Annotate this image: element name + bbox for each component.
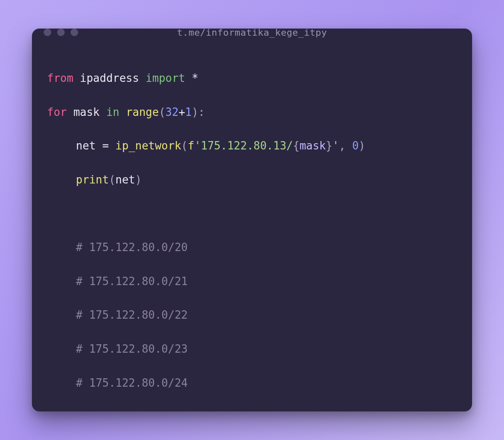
- maximize-icon[interactable]: [71, 29, 78, 36]
- fstring-prefix: f: [188, 139, 194, 152]
- colon: :: [198, 106, 205, 118]
- comment: # 175.122.80.0/22: [76, 309, 188, 321]
- comment: # 175.122.80.0/20: [76, 241, 188, 254]
- fstring-close: ': [332, 139, 339, 152]
- paren-close: ): [192, 106, 198, 118]
- range-num: 32: [165, 106, 178, 118]
- comment: # 175.122.80.0/23: [76, 343, 188, 355]
- code-window: t.me/informatika_kege_itpy from ipaddres…: [32, 29, 472, 411]
- fn-print: print: [76, 173, 109, 186]
- module-name: ipaddress: [80, 72, 139, 84]
- code-area: from ipaddress import * for mask in rang…: [32, 36, 472, 411]
- range-one: 1: [185, 106, 192, 118]
- keyword-for: for: [47, 106, 67, 118]
- comma: ,: [339, 139, 352, 152]
- code-line-4: print(net): [47, 171, 457, 188]
- fn-range: range: [126, 106, 159, 118]
- fstring-open: ': [194, 139, 201, 152]
- paren-open-2: (: [181, 139, 188, 152]
- loop-var: mask: [74, 106, 100, 118]
- keyword-import: import: [146, 72, 185, 84]
- plus: +: [178, 106, 185, 118]
- fstring-ip: 175.122.80.13/: [201, 139, 293, 152]
- arg-zero: 0: [352, 139, 359, 152]
- code-line-3: net = ip_network(f'175.122.80.13/{mask}'…: [47, 137, 457, 154]
- import-star: *: [192, 72, 198, 84]
- comment-line-1: # 175.122.80.0/20: [47, 239, 457, 256]
- paren-open-3: (: [109, 173, 116, 186]
- net-var: net: [76, 139, 96, 152]
- comment-line-6: # 175.122.80.0/25: [47, 408, 457, 411]
- comment: # 175.122.80.0/25: [76, 410, 188, 411]
- fstring-var: mask: [299, 139, 326, 152]
- paren-open: (: [159, 106, 165, 118]
- comment-line-2: # 175.122.80.0/21: [47, 273, 457, 290]
- paren-close-3: ): [135, 173, 142, 186]
- keyword-in: in: [106, 106, 119, 118]
- comment-line-4: # 175.122.80.0/23: [47, 340, 457, 357]
- comment-line-3: # 175.122.80.0/22: [47, 306, 457, 323]
- code-line-2: for mask in range(32+1):: [47, 104, 457, 120]
- fn-ipnetwork: ip_network: [116, 139, 181, 152]
- fstring-lbrace: {: [293, 139, 299, 152]
- eq: =: [96, 139, 116, 152]
- close-icon[interactable]: [44, 29, 51, 36]
- minimize-icon[interactable]: [57, 29, 65, 36]
- comment: # 175.122.80.0/24: [76, 377, 188, 389]
- code-line-1: from ipaddress import *: [47, 70, 457, 86]
- traffic-lights: [44, 29, 78, 36]
- comment-line-5: # 175.122.80.0/24: [47, 375, 457, 391]
- comment: # 175.122.80.0/21: [76, 275, 188, 288]
- titlebar: t.me/informatika_kege_itpy: [32, 29, 472, 36]
- fstring-rbrace: }: [326, 139, 333, 152]
- blank-line: [47, 205, 457, 222]
- keyword-from: from: [47, 72, 74, 84]
- paren-close-2: ): [359, 139, 365, 152]
- print-arg: net: [116, 173, 135, 186]
